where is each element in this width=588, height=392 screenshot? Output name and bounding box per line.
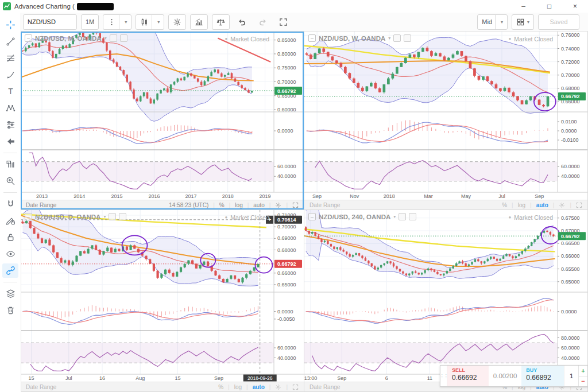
date-range-button[interactable]: Date Range	[310, 202, 340, 208]
svg-text:15: 15	[28, 375, 34, 381]
chart-settings-button[interactable]	[275, 384, 281, 390]
brush-icon	[6, 70, 16, 80]
price-mode-dropdown[interactable]: Mid ▾	[477, 14, 508, 30]
svg-text:60.0000: 60.0000	[561, 345, 580, 351]
%-toggle[interactable]: %	[219, 202, 225, 208]
remove-all-tool[interactable]	[2, 303, 18, 317]
bar-pattern-tool[interactable]	[2, 157, 18, 172]
settings-button[interactable]	[168, 14, 186, 30]
svg-text:0.80000: 0.80000	[277, 51, 296, 57]
svg-text:Sep: Sep	[535, 193, 544, 199]
chart-canvas[interactable]: 0.710000.700000.690000.680000.660000.650…	[21, 210, 304, 382]
maximize-chart-button[interactable]	[576, 202, 582, 208]
timeframe-options-button[interactable]: ▾	[103, 14, 131, 30]
svg-text:40.0000: 40.0000	[561, 173, 580, 179]
compare-button[interactable]	[212, 14, 230, 30]
symbol-input[interactable]: NZD/USD	[23, 14, 77, 30]
lock-all-tool[interactable]	[2, 230, 18, 244]
chart-toolbar: NZD/USD 1M ▾ ▾ Mid ▾ ▾ Saved	[21, 13, 588, 32]
log-toggle[interactable]: log	[234, 384, 242, 390]
svg-text:2017: 2017	[185, 193, 196, 199]
redo-button[interactable]	[254, 15, 271, 29]
date-range-button[interactable]: Date Range	[26, 384, 56, 390]
layout-dropdown[interactable]: ▾	[512, 14, 534, 30]
brush-tool[interactable]	[2, 68, 18, 82]
date-range-button[interactable]: Date Range	[26, 202, 56, 208]
svg-text:0.70614: 0.70614	[277, 217, 296, 223]
forecast-icon	[6, 120, 16, 130]
chart-canvas[interactable]: 0.850000.800000.750000.700000.650000.600…	[21, 32, 304, 200]
minimize-button[interactable]: –	[510, 0, 536, 13]
log-toggle[interactable]: log	[518, 202, 525, 208]
svg-text:Jul: Jul	[65, 375, 72, 381]
%-toggle[interactable]: %	[218, 384, 223, 390]
chart-panel-monthly[interactable]: 0.850000.800000.750000.700000.650000.600…	[21, 32, 304, 210]
svg-text:Sep: Sep	[312, 193, 322, 199]
svg-text:40.0000: 40.0000	[561, 355, 580, 361]
undo-button[interactable]	[234, 15, 250, 29]
chart-settings-button[interactable]	[275, 202, 281, 208]
svg-text:0.75000: 0.75000	[277, 65, 296, 71]
auto-toggle[interactable]: auto	[253, 202, 264, 208]
chart-canvas[interactable]: 0.760000.740000.720000.700000.680000.660…	[304, 32, 587, 200]
hide-all-tool[interactable]	[2, 247, 18, 261]
saved-button[interactable]: Saved	[538, 14, 579, 30]
xabcd-pattern-tool[interactable]	[2, 101, 18, 115]
sidebar-divider	[3, 153, 17, 153]
sell-label: SELL	[452, 367, 489, 374]
app-icon	[3, 2, 11, 10]
back-tool[interactable]	[2, 134, 18, 149]
chart-type-button[interactable]: ▾	[136, 14, 164, 30]
chart-panel-daily[interactable]: 0.710000.700000.690000.680000.660000.650…	[21, 210, 304, 392]
svg-text:40.0000: 40.0000	[277, 173, 296, 179]
maximize-chart-button[interactable]	[292, 384, 299, 390]
zoom-in-tool[interactable]	[2, 174, 18, 188]
sell-button[interactable]: SELL 0.66692	[447, 366, 489, 386]
buy-button[interactable]: BUY 0.66892	[521, 366, 564, 386]
status-dot-icon: ●	[225, 37, 227, 41]
window-titlebar: Advanced Charting ( – □ ×	[0, 0, 588, 13]
fib-tools-tool[interactable]	[2, 51, 18, 65]
forecast-tool[interactable]	[2, 118, 18, 132]
quantity-increase-button[interactable]: +	[579, 366, 587, 377]
crosshair-tool[interactable]	[2, 18, 18, 32]
window-title: Advanced Charting (	[14, 3, 75, 10]
svg-text:0.66792: 0.66792	[561, 94, 580, 99]
drawing-lock-icon	[6, 216, 16, 226]
hide-all-icon	[6, 249, 16, 259]
market-status: ●Market Closed	[225, 36, 269, 42]
%-toggle[interactable]: %	[502, 202, 507, 208]
maximize-chart-button[interactable]	[292, 202, 299, 208]
log-toggle[interactable]: log	[235, 202, 242, 208]
quantity-decrease-button[interactable]: −	[579, 377, 587, 387]
text-tool[interactable]: T	[2, 84, 18, 99]
indicators-button[interactable]	[190, 14, 208, 30]
magnet-tool[interactable]	[2, 197, 18, 211]
layers-tool[interactable]	[2, 286, 18, 301]
scales-icon	[216, 18, 225, 26]
status-dot-icon: ●	[225, 215, 227, 220]
auto-toggle[interactable]: auto	[253, 384, 265, 390]
fullscreen-button[interactable]	[275, 15, 292, 29]
chart-canvas[interactable]: 0.675000.670000.665000.660000.655000.650…	[304, 210, 587, 382]
buy-price: 0.66892	[526, 374, 551, 382]
svg-text:0.60000: 0.60000	[277, 107, 296, 112]
chart-panel-weekly[interactable]: 0.760000.740000.720000.700000.680000.660…	[304, 32, 588, 210]
quantity-value[interactable]: 1	[564, 366, 578, 386]
close-button[interactable]: ×	[562, 0, 588, 13]
chevron-down-icon: ▾	[527, 20, 529, 25]
xabcd-pattern-icon	[6, 103, 16, 113]
auto-toggle[interactable]: auto	[536, 202, 548, 208]
drag-handle[interactable]: ⋮⋮	[440, 366, 447, 386]
chart-settings-button[interactable]	[559, 202, 565, 208]
svg-text:0.66792: 0.66792	[277, 88, 296, 94]
timeframe-button[interactable]: 1M	[81, 14, 99, 30]
svg-text:0.0000: 0.0000	[561, 309, 577, 315]
svg-text:0.72000: 0.72000	[561, 59, 580, 65]
maximize-button[interactable]: □	[536, 0, 562, 13]
date-range-button[interactable]: Date Range	[310, 384, 340, 390]
drawing-lock-tool[interactable]	[2, 214, 18, 228]
trend-line-tool[interactable]	[2, 34, 18, 49]
svg-text:60.0000: 60.0000	[277, 345, 296, 351]
sync-drawings-tool[interactable]	[2, 263, 18, 278]
